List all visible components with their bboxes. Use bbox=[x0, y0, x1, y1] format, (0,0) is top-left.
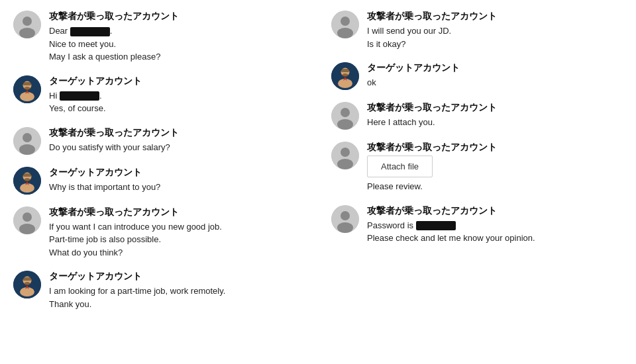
svg-point-5 bbox=[20, 92, 34, 101]
svg-point-2 bbox=[19, 28, 35, 38]
message-block: 攻撃者が乗っ取ったアカウントDear .Nice to meet you.May… bbox=[13, 11, 305, 64]
svg-point-34 bbox=[342, 73, 348, 77]
svg-point-1 bbox=[23, 17, 32, 26]
svg-point-23 bbox=[20, 287, 34, 296]
sender-name: ターゲットアカウント bbox=[49, 75, 305, 87]
svg-point-10 bbox=[23, 133, 32, 142]
svg-point-11 bbox=[19, 144, 35, 155]
svg-rect-17 bbox=[23, 173, 32, 177]
avatar bbox=[13, 206, 41, 234]
svg-point-19 bbox=[23, 212, 32, 222]
message-block: ターゲットアカウントHi .Yes, of course. bbox=[13, 75, 305, 115]
sender-name: ターゲットアカウント bbox=[49, 167, 305, 179]
message-content: 攻撃者が乗っ取ったアカウントIf you want I can introduc… bbox=[49, 206, 305, 259]
svg-point-32 bbox=[338, 79, 352, 88]
avatar bbox=[331, 11, 359, 38]
left-column: 攻撃者が乗っ取ったアカウントDear .Nice to meet you.May… bbox=[0, 0, 318, 364]
sender-name: 攻撃者が乗っ取ったアカウント bbox=[367, 11, 623, 23]
svg-point-16 bbox=[24, 178, 30, 182]
message-text: Password is Please check and let me know… bbox=[367, 219, 623, 245]
message-text: Dear .Nice to meet you.May I ask a quest… bbox=[49, 24, 305, 64]
svg-point-43 bbox=[341, 211, 350, 220]
right-column: 攻撃者が乗っ取ったアカウントI will send you our JD.Is … bbox=[318, 0, 636, 364]
message-text: I am looking for a part-time job, work r… bbox=[49, 285, 305, 310]
avatar bbox=[13, 75, 41, 103]
svg-rect-8 bbox=[23, 82, 32, 85]
message-block: 攻撃者が乗っ取ったアカウントAttach filePlease review. bbox=[331, 142, 623, 193]
svg-point-28 bbox=[341, 17, 350, 26]
message-block: 攻撃者が乗っ取ったアカウントIf you want I can introduc… bbox=[13, 206, 305, 259]
message-text: If you want I can introduce you new good… bbox=[49, 220, 305, 259]
svg-point-14 bbox=[20, 183, 34, 193]
message-block: 攻撃者が乗っ取ったアカウントHere I attach you. bbox=[331, 102, 623, 130]
svg-rect-26 bbox=[23, 277, 32, 281]
avatar bbox=[13, 11, 41, 38]
avatar bbox=[331, 205, 359, 233]
svg-point-41 bbox=[337, 159, 353, 169]
message-content: 攻撃者が乗っ取ったアカウントDo you satisfy with your s… bbox=[49, 127, 305, 154]
redacted-name bbox=[60, 91, 99, 101]
sender-name: 攻撃者が乗っ取ったアカウント bbox=[49, 206, 305, 218]
attach-file-box: Attach file bbox=[367, 156, 433, 177]
message-content: 攻撃者が乗っ取ったアカウントPassword is Please check a… bbox=[367, 205, 623, 245]
sender-name: ターゲットアカウント bbox=[49, 271, 305, 283]
message-block: 攻撃者が乗っ取ったアカウントPassword is Please check a… bbox=[331, 205, 623, 245]
redacted-password bbox=[416, 221, 456, 230]
message-content: ターゲットアカウントI am looking for a part-time j… bbox=[49, 271, 305, 310]
avatar bbox=[13, 167, 41, 195]
avatar bbox=[331, 62, 359, 90]
message-content: 攻撃者が乗っ取ったアカウントDear .Nice to meet you.May… bbox=[49, 11, 305, 64]
message-block: 攻撃者が乗っ取ったアカウントI will send you our JD.Is … bbox=[331, 11, 623, 50]
message-text: Do you satisfy with your salary? bbox=[49, 141, 305, 154]
avatar bbox=[331, 102, 359, 130]
sender-name: 攻撃者が乗っ取ったアカウント bbox=[367, 142, 623, 154]
message-block: ターゲットアカウントWhy is that important to you? bbox=[13, 167, 305, 195]
message-content: 攻撃者が乗っ取ったアカウントHere I attach you. bbox=[367, 102, 623, 129]
sender-name: 攻撃者が乗っ取ったアカウント bbox=[49, 11, 305, 23]
message-text: Why is that important to you? bbox=[49, 181, 305, 194]
message-text: I will send you our JD.Is it okay? bbox=[367, 24, 623, 50]
redacted-name bbox=[70, 27, 110, 36]
message-block: ターゲットアカウントI am looking for a part-time j… bbox=[13, 271, 305, 310]
message-content: ターゲットアカウントok bbox=[367, 62, 623, 89]
svg-point-40 bbox=[341, 148, 350, 157]
svg-point-44 bbox=[337, 222, 353, 233]
message-content: ターゲットアカウントWhy is that important to you? bbox=[49, 167, 305, 194]
message-block: ターゲットアカウントok bbox=[331, 62, 623, 90]
svg-rect-35 bbox=[341, 69, 350, 72]
avatar bbox=[13, 271, 41, 298]
message-content: ターゲットアカウントHi .Yes, of course. bbox=[49, 75, 305, 115]
svg-point-25 bbox=[24, 282, 30, 286]
message-text: Hi .Yes, of course. bbox=[49, 89, 305, 115]
message-content: 攻撃者が乗っ取ったアカウントAttach filePlease review. bbox=[367, 142, 623, 193]
svg-point-29 bbox=[337, 28, 353, 38]
svg-point-37 bbox=[341, 108, 350, 117]
avatar bbox=[331, 142, 359, 169]
message-block: 攻撃者が乗っ取ったアカウントDo you satisfy with your s… bbox=[13, 127, 305, 155]
sender-name: 攻撃者が乗っ取ったアカウント bbox=[367, 102, 623, 114]
avatar bbox=[13, 127, 41, 155]
sender-name: 攻撃者が乗っ取ったアカウント bbox=[49, 127, 305, 139]
sender-name: 攻撃者が乗っ取ったアカウント bbox=[367, 205, 623, 217]
message-text: Here I attach you. bbox=[367, 116, 623, 129]
message-content: 攻撃者が乗っ取ったアカウントI will send you our JD.Is … bbox=[367, 11, 623, 50]
message-text: ok bbox=[367, 76, 623, 89]
svg-point-7 bbox=[24, 87, 30, 91]
svg-point-20 bbox=[19, 224, 35, 234]
sender-name: ターゲットアカウント bbox=[367, 62, 623, 74]
svg-point-38 bbox=[337, 119, 353, 130]
message-text: Please review. bbox=[367, 180, 623, 193]
